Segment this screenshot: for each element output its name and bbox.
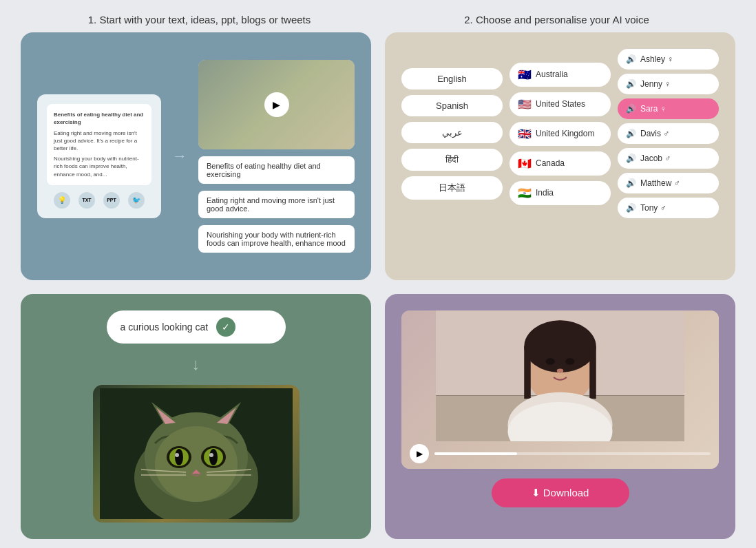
canada-label: Canada <box>536 158 565 168</box>
lang-japanese[interactable]: 日本語 <box>401 176 503 200</box>
speaker-icon-davis: 🔊 <box>626 129 636 138</box>
slide-3: Nourishing your body with nutrient-rich … <box>198 225 355 253</box>
voice-ashley[interactable]: 🔊 Ashley ♀ <box>618 49 719 70</box>
progress-bar-fill <box>434 452 517 455</box>
input-icons-row: 💡 TXT PPT 🐦 <box>47 192 151 209</box>
australia-flag: 🇦🇺 <box>518 68 532 81</box>
speaker-icon-sara: 🔊 <box>626 104 636 114</box>
lang-hindi[interactable]: हिंदी <box>401 149 503 171</box>
svg-point-3 <box>155 426 238 502</box>
text-line-2: Eating right and moving more isn't just … <box>54 129 145 153</box>
download-button[interactable]: ⬇ Download <box>492 478 629 507</box>
panel-1-start-text: Benefits of eating healthy diet and exer… <box>21 32 371 280</box>
text-input-area: Benefits of eating healthy diet and exer… <box>37 94 161 218</box>
panel-3-media: a curious looking cat ✓ ↓ <box>21 294 371 539</box>
voice-davis[interactable]: 🔊 Davis ♂ <box>618 123 719 144</box>
svg-point-11 <box>209 453 213 457</box>
country-us[interactable]: 🇺🇸 United States <box>510 92 611 116</box>
voice-selection-grid: English Spanish عربي हिंदी 日本語 🇦🇺 Austra… <box>401 49 719 218</box>
country-uk[interactable]: 🇬🇧 United Kingdom <box>510 122 611 146</box>
text-line-3: Nourishing your body with nutrient-rich … <box>54 155 145 178</box>
video-thumbnail: ▶ <box>198 60 355 149</box>
panel-4-preview: ▶ ⬇ Download <box>385 294 735 539</box>
lang-spanish[interactable]: Spanish <box>401 95 503 116</box>
voice-sara[interactable]: 🔊 Sara ♀ <box>618 98 719 119</box>
text-line-1: Benefits of eating healthy diet and exer… <box>54 111 145 126</box>
us-flag: 🇺🇸 <box>518 98 532 111</box>
cat-svg <box>100 388 293 519</box>
country-canada[interactable]: 🇨🇦 Canada <box>510 151 611 176</box>
us-label: United States <box>536 99 585 109</box>
video-preview-container: ▶ <box>401 310 719 469</box>
language-column: English Spanish عربي हिंदी 日本語 <box>401 68 503 200</box>
step1-label: 1. Start with your text, ideas, ppt, blo… <box>21 14 378 32</box>
voice-jenny[interactable]: 🔊 Jenny ♀ <box>618 74 719 94</box>
speaker-icon-jenny: 🔊 <box>626 79 636 89</box>
australia-label: Australia <box>536 70 568 79</box>
play-button[interactable]: ▶ <box>264 92 289 117</box>
video-play-button[interactable]: ▶ <box>410 444 429 463</box>
twitter-icon: 🐦 <box>128 192 145 209</box>
matthew-label: Matthew ♂ <box>640 178 680 188</box>
txt-icon: TXT <box>78 192 95 209</box>
india-label: India <box>536 188 554 198</box>
uk-label: United Kingdom <box>536 129 594 138</box>
slide-1: Benefits of eating healthy diet and exer… <box>198 156 355 184</box>
speaker-icon-tony: 🔊 <box>626 203 636 213</box>
lightbulb-icon: 💡 <box>54 192 70 209</box>
svg-rect-28 <box>589 346 596 399</box>
davis-label: Davis ♂ <box>640 129 669 138</box>
svg-point-8 <box>175 449 183 465</box>
check-symbol: ✓ <box>222 322 230 333</box>
country-australia[interactable]: 🇦🇺 Australia <box>510 63 611 87</box>
panel-2-ai-voice: English Spanish عربي हिंदी 日本語 🇦🇺 Austra… <box>385 32 735 280</box>
person-face <box>401 310 719 441</box>
speaker-icon-matthew: 🔊 <box>626 178 636 188</box>
country-column: 🇦🇺 Australia 🇺🇸 United States 🇬🇧 United … <box>510 63 611 205</box>
cat-image-generated <box>93 385 300 523</box>
slide-preview-area: ▶ Benefits of eating healthy diet and ex… <box>198 60 355 253</box>
down-arrow-icon: ↓ <box>192 355 200 374</box>
svg-point-31 <box>557 369 564 373</box>
prompt-text: a curious looking cat <box>120 322 209 333</box>
uk-flag: 🇬🇧 <box>518 127 532 140</box>
check-icon: ✓ <box>216 317 235 337</box>
voice-jacob[interactable]: 🔊 Jacob ♂ <box>618 148 719 169</box>
voice-matthew[interactable]: 🔊 Matthew ♂ <box>618 173 719 193</box>
svg-point-10 <box>175 453 179 457</box>
person-svg <box>401 310 719 441</box>
speaker-icon-ashley: 🔊 <box>626 54 636 64</box>
svg-rect-27 <box>524 346 531 399</box>
lang-english[interactable]: English <box>401 68 503 89</box>
svg-point-29 <box>546 358 555 365</box>
voice-column: 🔊 Ashley ♀ 🔊 Jenny ♀ 🔊 Sara ♀ 🔊 Davis ♂ <box>618 49 719 218</box>
jenny-label: Jenny ♀ <box>640 79 671 89</box>
svg-point-26 <box>524 320 596 372</box>
progress-bar[interactable] <box>434 452 711 455</box>
ppt-icon: PPT <box>103 192 120 209</box>
svg-point-30 <box>565 358 574 365</box>
lang-arabic[interactable]: عربي <box>401 122 503 143</box>
country-india[interactable]: 🇮🇳 India <box>510 181 611 205</box>
slide-2: Eating right and moving more isn't just … <box>198 191 355 218</box>
ashley-label: Ashley ♀ <box>640 54 673 64</box>
canada-flag: 🇨🇦 <box>518 157 532 170</box>
arrow-right-icon: → <box>172 147 187 165</box>
voice-tony[interactable]: 🔊 Tony ♂ <box>618 198 719 218</box>
tony-label: Tony ♂ <box>640 203 666 213</box>
prompt-input-bar[interactable]: a curious looking cat ✓ <box>107 310 286 344</box>
text-card-content: Benefits of eating healthy diet and exer… <box>47 104 151 185</box>
india-flag: 🇮🇳 <box>518 187 532 200</box>
video-controls: ▶ <box>401 439 719 469</box>
sara-label: Sara ♀ <box>640 104 666 114</box>
jacob-label: Jacob ♂ <box>640 154 671 163</box>
step2-label: 2. Choose and personalise your AI voice <box>378 14 735 32</box>
svg-point-9 <box>209 449 218 465</box>
speaker-icon-jacob: 🔊 <box>626 154 636 163</box>
